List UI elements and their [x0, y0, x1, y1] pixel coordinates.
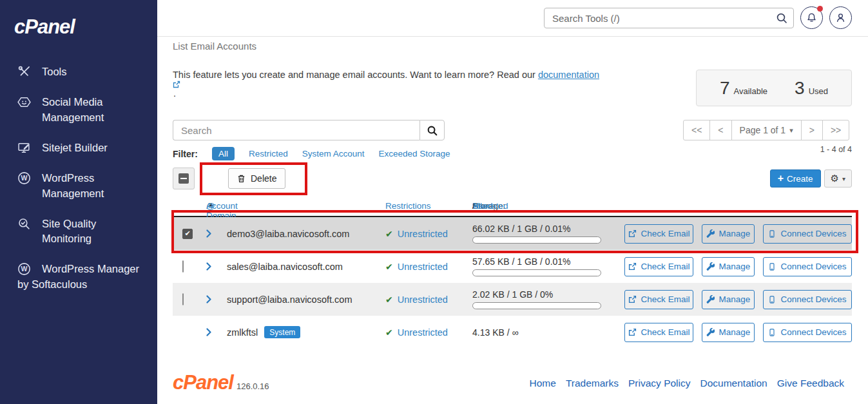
manage-button[interactable]: Manage	[702, 323, 755, 342]
restriction-link[interactable]: Unrestricted	[398, 262, 448, 272]
footer-logo: cPanel 126.0.16	[173, 372, 269, 392]
manage-button[interactable]: Manage	[702, 257, 755, 276]
sidebar-item-wordpress-manager[interactable]: W WordPress Manager by Softaculous	[0, 262, 157, 293]
table-row: ✔ demo3@laiba.navicosoft.com ✔Unrestrict…	[173, 217, 852, 250]
check-email-button[interactable]: Check Email	[624, 323, 693, 342]
filter-system-account[interactable]: System Account	[302, 149, 365, 159]
row-checkbox-checked[interactable]: ✔	[182, 229, 193, 239]
sitejet-builder-icon	[17, 141, 31, 156]
account-button[interactable]	[829, 6, 852, 29]
storage-usage: 4.13 KB / ∞	[472, 327, 624, 338]
footer-link-trademarks[interactable]: Trademarks	[566, 378, 619, 389]
wrench-icon	[706, 229, 715, 238]
restriction-link[interactable]: Unrestricted	[398, 294, 448, 305]
filter-exceeded-storage[interactable]: Exceeded Storage	[378, 149, 450, 159]
svg-text:W: W	[21, 174, 28, 182]
pagination-next-button[interactable]: >	[801, 120, 823, 140]
footer-links: Home Trademarks Privacy Policy Documenta…	[530, 378, 844, 389]
launch-icon	[628, 328, 637, 336]
row-checkbox[interactable]	[182, 260, 184, 273]
footer-link-privacy[interactable]: Privacy Policy	[628, 378, 690, 389]
check-email-button[interactable]: Check Email	[624, 290, 693, 309]
check-email-button[interactable]: Check Email	[624, 224, 693, 244]
filter-label: Filter:	[173, 149, 198, 159]
account-email: demo3@laiba.navicosoft.com	[227, 229, 385, 239]
phone-icon	[768, 229, 776, 238]
delete-button[interactable]: Delete	[228, 168, 285, 189]
storage-progress-bar	[472, 302, 601, 309]
expand-row-button[interactable]	[206, 328, 227, 336]
phone-icon	[768, 262, 776, 271]
restriction-link[interactable]: Unrestricted	[398, 327, 448, 338]
notifications-button[interactable]	[800, 6, 823, 29]
check-email-button[interactable]: Check Email	[624, 257, 693, 276]
sidebar-item-site-quality[interactable]: Site Quality Monitoring	[0, 216, 157, 247]
select-all-checkbox[interactable]	[173, 168, 195, 189]
pagination-first-button[interactable]: <<	[683, 120, 710, 140]
expand-row-button[interactable]	[206, 295, 227, 303]
account-search-input[interactable]	[173, 120, 420, 140]
sidebar: cPanel Tools Social Media Management Sit…	[0, 0, 157, 404]
storage-usage: 66.02 KB / 1 GB / 0.01%	[472, 224, 624, 234]
external-link-icon	[173, 81, 601, 88]
sidebar-item-tools[interactable]: Tools	[0, 64, 157, 80]
sidebar-nav: Tools Social Media Management Sitejet Bu…	[0, 64, 157, 293]
filter-all[interactable]: All	[212, 147, 235, 160]
connect-devices-button[interactable]: Connect Devices	[763, 224, 852, 244]
sidebar-item-label: Sitejet Builder	[42, 140, 108, 156]
sidebar-item-label: WordPress Management	[42, 171, 148, 202]
connect-devices-button[interactable]: Connect Devices	[763, 290, 852, 309]
connect-devices-button[interactable]: Connect Devices	[763, 257, 852, 276]
table-header: Account▲@ Domain Restrictions Storage: U…	[173, 201, 852, 217]
restriction-link[interactable]: Unrestricted	[398, 229, 448, 239]
plus-icon: +	[778, 173, 784, 184]
expand-row-button[interactable]	[206, 262, 227, 271]
manage-button[interactable]: Manage	[702, 290, 755, 309]
tools-search-input[interactable]	[544, 8, 794, 28]
expand-row-button[interactable]	[206, 229, 227, 238]
pagination-last-button[interactable]: >>	[822, 120, 849, 140]
notification-badge	[817, 6, 823, 12]
available-stat: 7 Available	[720, 78, 767, 99]
sidebar-item-label: WordPress Manager by Softaculous	[17, 263, 139, 290]
site-quality-monitoring-icon	[17, 217, 31, 247]
sidebar-item-social-media[interactable]: Social Media Management	[0, 95, 157, 126]
connect-devices-label: Connect Devices	[780, 327, 846, 337]
connect-devices-label: Connect Devices	[780, 262, 846, 271]
check-email-label: Check Email	[641, 262, 690, 271]
footer-link-documentation[interactable]: Documentation	[700, 378, 767, 389]
social-media-icon	[17, 95, 31, 126]
manage-label: Manage	[719, 294, 751, 304]
pagination-prev-button[interactable]: <	[709, 120, 731, 140]
check-icon: ✔	[385, 229, 393, 239]
cpanel-email-accounts-page: cPanel Tools Social Media Management Sit…	[0, 0, 868, 404]
pagination-page-dropdown[interactable]: Page 1 of 1 ▾	[731, 120, 802, 140]
sidebar-item-sitejet[interactable]: Sitejet Builder	[0, 140, 157, 156]
quota-stats: 7 Available 3 Used	[696, 70, 852, 106]
row-checkbox[interactable]	[182, 293, 184, 305]
search-icon	[427, 125, 438, 136]
email-accounts-table: ✔ demo3@laiba.navicosoft.com ✔Unrestrict…	[173, 217, 852, 349]
filter-bar: Filter: All Restricted System Account Ex…	[173, 147, 450, 160]
bell-icon	[806, 12, 817, 23]
documentation-link[interactable]: documentation	[538, 70, 599, 80]
account-search-button[interactable]	[420, 120, 445, 140]
create-button[interactable]: + Create	[770, 169, 821, 188]
filter-restricted[interactable]: Restricted	[249, 149, 288, 159]
manage-label: Manage	[719, 262, 751, 271]
account-email: support@laiba.navicosoft.com	[227, 294, 385, 305]
sidebar-item-wordpress-management[interactable]: W WordPress Management	[0, 171, 157, 202]
description-text: This feature lets you create and manage …	[173, 70, 535, 80]
check-icon: ✔	[385, 327, 393, 338]
sort-percent-link[interactable]: %	[472, 201, 480, 211]
settings-dropdown-button[interactable]: ⚙ ▾	[824, 169, 852, 188]
manage-button[interactable]: Manage	[702, 224, 755, 244]
column-restrictions[interactable]: Restrictions	[385, 201, 431, 211]
footer-link-feedback[interactable]: Give Feedback	[777, 378, 844, 389]
caret-down-icon: ▾	[842, 175, 845, 182]
user-icon	[835, 12, 846, 23]
storage-progress-bar	[472, 236, 601, 244]
connect-devices-button[interactable]: Connect Devices	[763, 323, 852, 342]
page-title: List Email Accounts	[173, 41, 256, 52]
footer-link-home[interactable]: Home	[530, 378, 556, 389]
